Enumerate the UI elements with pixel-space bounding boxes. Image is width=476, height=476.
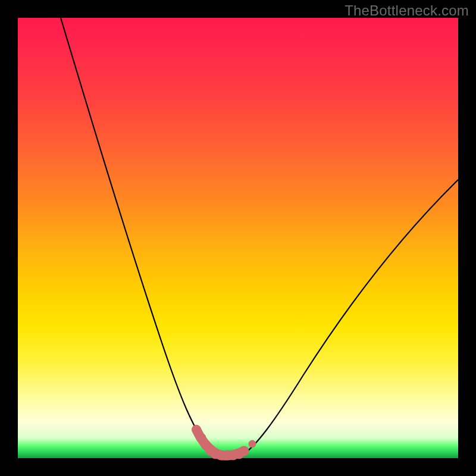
svg-point-9	[239, 446, 249, 456]
curve-left	[61, 18, 243, 458]
svg-point-0	[192, 425, 201, 434]
watermark-text: TheBottleneck.com	[345, 2, 469, 19]
chart-frame: TheBottleneck.com	[0, 0, 476, 476]
marker-cluster	[192, 425, 256, 460]
curve-right	[243, 180, 458, 455]
chart-svg	[18, 18, 458, 458]
svg-point-10	[249, 440, 256, 447]
